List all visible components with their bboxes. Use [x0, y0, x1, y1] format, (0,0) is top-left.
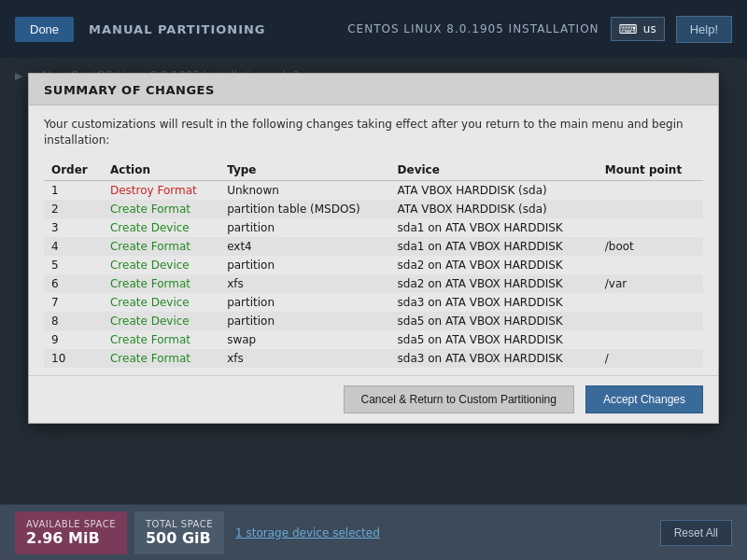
cell-type: xfs	[219, 274, 389, 293]
cell-action: Create Format	[103, 349, 219, 368]
storage-device-link[interactable]: 1 storage device selected	[235, 526, 380, 539]
cancel-button[interactable]: Cancel & Return to Custom Partitioning	[344, 385, 574, 413]
cell-device: sda2 on ATA VBOX HARDDISK	[390, 274, 598, 293]
cell-device: ATA VBOX HARDDISK (sda)	[390, 200, 598, 218]
cell-device: sda3 on ATA VBOX HARDDISK	[390, 293, 598, 312]
table-header-row: Order Action Type Device Mount point	[44, 160, 703, 181]
cell-mount	[598, 293, 703, 312]
space-info: AVAILABLE SPACE 2.96 MiB TOTAL SPACE 500…	[15, 511, 224, 554]
table-row: 1Destroy FormatUnknownATA VBOX HARDDISK …	[44, 180, 703, 200]
cell-device: ATA VBOX HARDDISK (sda)	[390, 180, 598, 200]
total-value: 500 GiB	[146, 529, 213, 547]
cell-device: sda5 on ATA VBOX HARDDISK	[390, 330, 598, 349]
modal-footer: Cancel & Return to Custom Partitioning A…	[29, 375, 718, 423]
bottom-bar: AVAILABLE SPACE 2.96 MiB TOTAL SPACE 500…	[0, 504, 747, 560]
top-bar: Done MANUAL PARTITIONING CENTOS LINUX 8.…	[0, 0, 747, 58]
cell-order: 4	[44, 237, 103, 256]
top-bar-left: Done MANUAL PARTITIONING	[15, 17, 266, 42]
cell-type: partition table (MSDOS)	[219, 200, 389, 218]
cell-mount	[598, 256, 703, 274]
cell-mount: /boot	[598, 237, 703, 256]
col-device: Device	[390, 160, 598, 181]
cell-mount	[598, 200, 703, 218]
cell-mount	[598, 330, 703, 349]
changes-table: Order Action Type Device Mount point 1De…	[44, 160, 703, 368]
available-space-box: AVAILABLE SPACE 2.96 MiB	[15, 511, 127, 554]
available-label: AVAILABLE SPACE	[26, 519, 116, 529]
cell-device: sda1 on ATA VBOX HARDDISK	[390, 218, 598, 237]
main-area: ▶ ▶ New CentOS Linux 8.0.1905 Installati…	[0, 58, 747, 560]
cell-action: Create Format	[103, 237, 219, 256]
cell-order: 2	[44, 200, 103, 218]
cell-type: partition	[219, 293, 389, 312]
done-button[interactable]: Done	[15, 17, 74, 42]
table-row: 7Create Devicepartitionsda3 on ATA VBOX …	[44, 293, 703, 312]
cell-order: 9	[44, 330, 103, 349]
col-mount: Mount point	[598, 160, 703, 181]
cell-type: swap	[219, 330, 389, 349]
top-bar-right: CENTOS LINUX 8.0.1905 INSTALLATION ⌨ us …	[347, 16, 732, 43]
modal-header: SUMMARY OF CHANGES	[29, 74, 718, 105]
cell-action: Create Device	[103, 256, 219, 274]
modal-title: SUMMARY OF CHANGES	[44, 83, 215, 97]
cell-mount	[598, 312, 703, 330]
modal-description: Your customizations will result in the f…	[44, 117, 703, 148]
cell-type: xfs	[219, 349, 389, 368]
help-button[interactable]: Help!	[676, 16, 732, 43]
cell-action: Create Device	[103, 218, 219, 237]
keyboard-icon: ⌨	[619, 21, 638, 36]
cell-device: sda1 on ATA VBOX HARDDISK	[390, 237, 598, 256]
cell-type: partition	[219, 218, 389, 237]
cell-device: sda3 on ATA VBOX HARDDISK	[390, 349, 598, 368]
table-row: 9Create Formatswapsda5 on ATA VBOX HARDD…	[44, 330, 703, 349]
cell-order: 6	[44, 274, 103, 293]
install-title: CENTOS LINUX 8.0.1905 INSTALLATION	[347, 22, 599, 35]
cell-order: 7	[44, 293, 103, 312]
available-value: 2.96 MiB	[26, 529, 116, 547]
cell-type: partition	[219, 256, 389, 274]
cell-mount: /var	[598, 274, 703, 293]
keyboard-layout: us	[643, 22, 656, 35]
cell-action: Create Format	[103, 200, 219, 218]
table-row: 3Create Devicepartitionsda1 on ATA VBOX …	[44, 218, 703, 237]
reset-all-button[interactable]: Reset All	[660, 520, 732, 546]
cell-type: Unknown	[219, 180, 389, 200]
modal-overlay: SUMMARY OF CHANGES Your customizations w…	[0, 58, 747, 560]
table-row: 4Create Formatext4sda1 on ATA VBOX HARDD…	[44, 237, 703, 256]
modal-body: Your customizations will result in the f…	[29, 105, 718, 375]
table-row: 5Create Devicepartitionsda2 on ATA VBOX …	[44, 256, 703, 274]
cell-order: 5	[44, 256, 103, 274]
summary-dialog: SUMMARY OF CHANGES Your customizations w…	[28, 73, 719, 424]
cell-order: 1	[44, 180, 103, 200]
cell-mount: /	[598, 349, 703, 368]
cell-action: Create Format	[103, 330, 219, 349]
table-row: 10Create Formatxfssda3 on ATA VBOX HARDD…	[44, 349, 703, 368]
cell-action: Destroy Format	[103, 180, 219, 200]
table-row: 6Create Formatxfssda2 on ATA VBOX HARDDI…	[44, 274, 703, 293]
cell-order: 8	[44, 312, 103, 330]
col-order: Order	[44, 160, 103, 181]
cell-mount	[598, 218, 703, 237]
cell-mount	[598, 180, 703, 200]
accept-changes-button[interactable]: Accept Changes	[585, 385, 703, 413]
cell-action: Create Device	[103, 293, 219, 312]
cell-order: 3	[44, 218, 103, 237]
col-action: Action	[103, 160, 219, 181]
app-title: MANUAL PARTITIONING	[89, 22, 265, 36]
cell-type: partition	[219, 312, 389, 330]
total-space-box: TOTAL SPACE 500 GiB	[134, 511, 224, 554]
table-row: 8Create Devicepartitionsda5 on ATA VBOX …	[44, 312, 703, 330]
cell-device: sda5 on ATA VBOX HARDDISK	[390, 312, 598, 330]
table-row: 2Create Formatpartition table (MSDOS)ATA…	[44, 200, 703, 218]
cell-device: sda2 on ATA VBOX HARDDISK	[390, 256, 598, 274]
total-label: TOTAL SPACE	[146, 519, 213, 529]
cell-order: 10	[44, 349, 103, 368]
cell-action: Create Device	[103, 312, 219, 330]
cell-type: ext4	[219, 237, 389, 256]
cell-action: Create Format	[103, 274, 219, 293]
col-type: Type	[219, 160, 389, 181]
keyboard-input[interactable]: ⌨ us	[611, 17, 665, 41]
